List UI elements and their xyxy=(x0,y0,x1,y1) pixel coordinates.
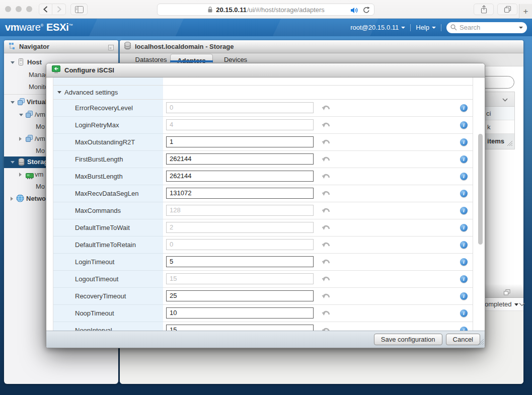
chevron-down-icon[interactable] xyxy=(519,27,523,29)
sidebar-toggle-button[interactable] xyxy=(70,4,88,15)
storage-icon xyxy=(124,42,131,51)
window-minimize-button[interactable] xyxy=(16,6,22,12)
help-label: Help xyxy=(416,24,429,31)
undo-icon[interactable] xyxy=(322,310,331,319)
setting-label: MaxRecvDataSegLen xyxy=(53,185,163,202)
setting-input[interactable]: 131072 xyxy=(166,188,314,199)
sidebar-item-label: Host xyxy=(27,57,42,68)
undo-icon[interactable] xyxy=(322,276,331,285)
column-chooser-icon[interactable] xyxy=(502,98,508,102)
undo-icon[interactable] xyxy=(322,122,331,131)
undo-icon[interactable] xyxy=(322,173,331,182)
undo-icon[interactable] xyxy=(322,259,331,268)
setting-input[interactable]: 0 xyxy=(166,102,314,113)
tab-overview-button[interactable] xyxy=(497,4,517,15)
setting-input[interactable]: 10 xyxy=(166,307,314,319)
info-icon[interactable] xyxy=(460,207,468,214)
setting-input[interactable]: 15 xyxy=(166,273,314,284)
page-title: localhost.localdomain - Storage xyxy=(135,43,234,50)
settings-row: MaxRecvDataSegLen 131072 xyxy=(53,185,473,202)
setting-input[interactable]: 2 xyxy=(166,222,314,233)
expander-right-icon[interactable] xyxy=(19,173,22,177)
back-button[interactable] xyxy=(39,4,52,15)
logo-product: ESXi xyxy=(46,22,68,33)
navigator-header: Navigator xyxy=(4,40,118,53)
expander-down-icon[interactable] xyxy=(11,161,15,164)
save-configuration-button[interactable]: Save configuration xyxy=(374,334,442,345)
info-icon[interactable] xyxy=(460,190,468,197)
undo-icon[interactable] xyxy=(322,207,331,216)
reload-icon[interactable] xyxy=(363,7,370,14)
undo-icon[interactable] xyxy=(322,224,331,233)
esxi-header: vmware®ESXi™ root@20.15.0.11 Help Search xyxy=(0,19,532,36)
dialog-resize-grip[interactable] xyxy=(478,338,484,347)
active-tab-indicator xyxy=(170,60,213,62)
undo-icon[interactable] xyxy=(322,242,331,251)
undo-icon[interactable] xyxy=(322,105,331,114)
info-icon[interactable] xyxy=(460,309,468,317)
dialog-title: Configure iSCSI xyxy=(64,66,114,74)
sidebar-item-label: /vm xyxy=(35,109,45,120)
share-button[interactable] xyxy=(474,4,494,15)
settings-row: FirstBurstLength 262144 xyxy=(53,151,473,168)
forward-button[interactable] xyxy=(52,4,66,15)
undo-icon[interactable] xyxy=(322,156,331,165)
info-icon[interactable] xyxy=(460,275,468,283)
expander-right-icon[interactable] xyxy=(11,197,13,201)
advanced-settings-section[interactable]: Advanced settings xyxy=(53,86,473,100)
setting-input[interactable]: 1 xyxy=(166,136,314,147)
collapse-tasks-icon[interactable] xyxy=(519,302,525,306)
info-icon[interactable] xyxy=(460,292,468,300)
expander-down-icon[interactable] xyxy=(11,61,15,64)
undo-icon[interactable] xyxy=(322,293,331,302)
sidebar-icon xyxy=(75,6,84,13)
settings-row: ErrorRecoveryLevel 0 xyxy=(53,100,473,117)
info-icon[interactable] xyxy=(460,121,468,129)
info-icon[interactable] xyxy=(460,155,468,163)
setting-label: MaxBurstLength xyxy=(53,168,163,185)
expander-down-icon[interactable] xyxy=(11,101,15,104)
user-menu[interactable]: root@20.15.0.11 xyxy=(350,24,405,31)
collapse-panel-icon[interactable] xyxy=(108,44,114,52)
sidebar-item-label: vm xyxy=(35,169,43,180)
window-zoom-button[interactable] xyxy=(26,6,32,12)
restore-panel-icon[interactable] xyxy=(504,288,510,297)
audio-speaker-icon[interactable] xyxy=(350,7,358,14)
setting-input[interactable]: 262144 xyxy=(166,153,314,165)
storage-icon xyxy=(18,158,25,170)
info-icon[interactable] xyxy=(460,258,468,266)
info-icon[interactable] xyxy=(460,241,468,249)
global-search-input[interactable]: Search xyxy=(446,22,527,33)
new-tab-button[interactable] xyxy=(519,4,532,19)
logo-ware: ware xyxy=(19,22,40,33)
chevron-down-icon xyxy=(401,27,405,29)
settings-row: LogoutTimeout 15 xyxy=(53,271,473,288)
setting-input[interactable]: 25 xyxy=(166,290,314,301)
expander-right-icon[interactable] xyxy=(19,137,22,141)
info-icon[interactable] xyxy=(460,104,468,112)
setting-input[interactable]: 0 xyxy=(166,239,314,250)
undo-icon[interactable] xyxy=(322,190,331,199)
header-divider xyxy=(410,24,411,31)
share-icon xyxy=(480,5,488,14)
url-bar[interactable]: 20.15.0.11/ui/#/host/storage/adapters xyxy=(157,4,374,16)
cancel-button[interactable]: Cancel xyxy=(446,334,480,345)
info-icon[interactable] xyxy=(460,224,468,231)
setting-input[interactable]: 4 xyxy=(166,119,314,130)
resize-grip-icon[interactable] xyxy=(507,140,512,147)
info-icon[interactable] xyxy=(460,173,468,180)
undo-icon[interactable] xyxy=(322,139,331,148)
tasks-filter-label[interactable]: ompleted xyxy=(485,300,511,308)
help-menu[interactable]: Help xyxy=(416,24,436,31)
setting-input[interactable]: 262144 xyxy=(166,171,314,182)
sidebar-item-label: Mo xyxy=(36,181,45,192)
filter-dropdown-icon[interactable] xyxy=(514,303,518,306)
dialog-scrollbar-thumb[interactable] xyxy=(478,134,483,245)
vmware-esxi-logo: vmware®ESXi™ xyxy=(5,22,72,33)
expander-down-icon[interactable] xyxy=(19,114,23,116)
window-close-button[interactable] xyxy=(5,6,11,12)
setting-input[interactable]: 128 xyxy=(166,205,314,216)
info-icon[interactable] xyxy=(460,138,468,146)
setting-input[interactable]: 5 xyxy=(166,256,314,267)
browser-chrome: 20.15.0.11/ui/#/host/storage/adapters xyxy=(0,0,532,19)
